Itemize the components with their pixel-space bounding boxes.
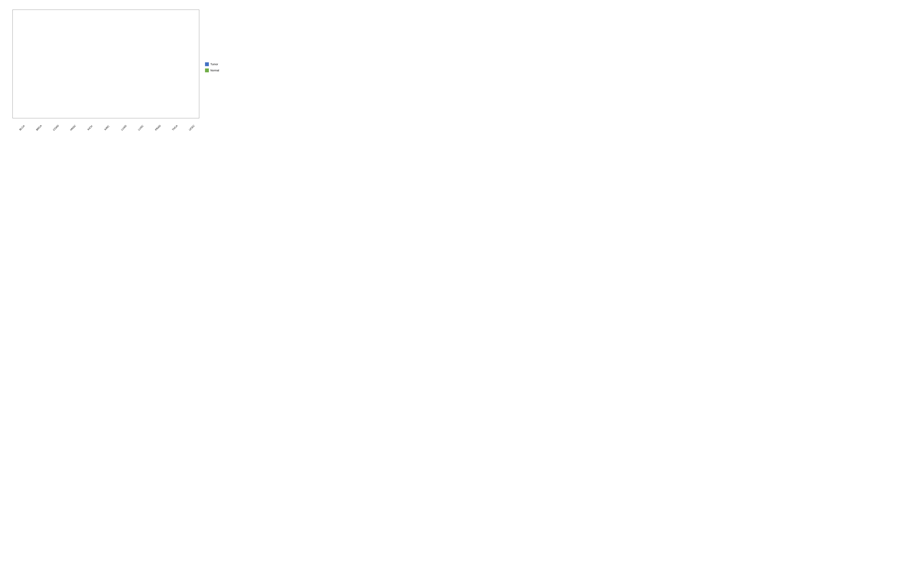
svg-point-147 xyxy=(51,113,52,114)
svg-point-583 xyxy=(159,29,160,30)
svg-point-306 xyxy=(92,58,92,58)
x-axis-label: LUAD xyxy=(121,124,127,131)
svg-point-502 xyxy=(144,46,145,47)
svg-point-449 xyxy=(123,36,124,36)
svg-point-362 xyxy=(102,34,103,34)
legend-item: Normal xyxy=(205,68,219,73)
svg-point-207 xyxy=(59,44,59,44)
svg-point-537 xyxy=(153,51,153,52)
svg-point-473 xyxy=(136,59,137,59)
svg-point-639 xyxy=(175,42,175,42)
svg-rect-304 xyxy=(90,34,95,45)
svg-point-505 xyxy=(147,43,147,43)
svg-point-442 xyxy=(123,43,124,43)
svg-point-94 xyxy=(36,66,36,66)
svg-point-399 xyxy=(110,24,110,24)
svg-point-648 xyxy=(175,31,175,31)
svg-point-197 xyxy=(63,52,63,53)
svg-point-571 xyxy=(159,44,159,44)
svg-point-162 xyxy=(54,81,54,81)
svg-point-101 xyxy=(33,48,34,48)
svg-point-531 xyxy=(153,61,153,62)
svg-point-346 xyxy=(102,58,102,59)
svg-point-253 xyxy=(74,66,74,66)
svg-point-672 xyxy=(186,69,186,69)
svg-point-456 xyxy=(128,29,129,29)
svg-point-293 xyxy=(84,38,84,38)
svg-point-157 xyxy=(53,92,53,92)
svg-point-109 xyxy=(35,28,36,29)
svg-point-26 xyxy=(17,90,18,90)
svg-point-512 xyxy=(148,35,148,35)
svg-point-120 xyxy=(39,42,40,42)
svg-point-179 xyxy=(58,67,58,67)
svg-point-574 xyxy=(161,40,161,40)
svg-point-519 xyxy=(141,27,141,27)
svg-point-570 xyxy=(159,45,159,45)
svg-point-175 xyxy=(51,53,52,53)
svg-point-573 xyxy=(159,41,160,42)
svg-point-388 xyxy=(108,34,108,34)
svg-point-234 xyxy=(69,44,70,44)
svg-point-718 xyxy=(195,14,195,15)
svg-point-335 xyxy=(95,27,95,27)
svg-point-556 xyxy=(152,18,152,18)
svg-point-114 xyxy=(41,47,42,47)
svg-point-291 xyxy=(84,40,84,40)
svg-point-481 xyxy=(135,42,136,42)
svg-point-499 xyxy=(142,50,142,50)
svg-rect-464 xyxy=(134,36,137,45)
svg-point-641 xyxy=(175,39,176,40)
svg-point-351 xyxy=(102,51,102,51)
svg-point-267 xyxy=(78,41,78,41)
svg-point-252 xyxy=(78,68,79,68)
svg-point-546 xyxy=(151,35,152,36)
svg-point-477 xyxy=(134,50,135,51)
svg-point-559 xyxy=(153,13,153,13)
svg-point-406 xyxy=(119,73,120,73)
legend-color-box xyxy=(205,62,209,66)
svg-point-160 xyxy=(52,85,52,86)
svg-point-166 xyxy=(50,73,50,73)
svg-point-372 xyxy=(111,49,111,49)
svg-point-118 xyxy=(41,44,41,44)
svg-point-146 xyxy=(51,116,52,116)
svg-point-597 xyxy=(170,68,170,68)
svg-point-190 xyxy=(62,58,63,58)
svg-point-204 xyxy=(61,47,61,47)
svg-point-96 xyxy=(31,61,32,61)
svg-point-28 xyxy=(18,84,18,84)
svg-point-460 xyxy=(123,25,124,25)
svg-point-551 xyxy=(154,27,154,27)
svg-point-73 xyxy=(23,34,23,34)
svg-point-578 xyxy=(160,35,161,35)
svg-point-285 xyxy=(85,45,85,45)
svg-point-43 xyxy=(15,40,15,41)
svg-point-404 xyxy=(119,76,120,77)
svg-point-612 xyxy=(167,43,168,44)
svg-point-239 xyxy=(69,31,69,31)
svg-point-67 xyxy=(28,42,29,43)
svg-point-664 xyxy=(188,87,188,87)
svg-point-214 xyxy=(68,94,68,95)
svg-point-277 xyxy=(86,52,86,52)
svg-point-191 xyxy=(63,57,63,58)
svg-point-501 xyxy=(142,47,142,48)
svg-point-532 xyxy=(152,60,153,60)
svg-point-498 xyxy=(144,51,144,51)
svg-point-110 xyxy=(35,26,35,26)
svg-point-381 xyxy=(108,40,109,41)
svg-point-83 xyxy=(34,93,35,93)
svg-point-584 xyxy=(162,28,162,29)
svg-point-279 xyxy=(86,50,87,50)
svg-point-633 xyxy=(178,50,178,50)
svg-point-330 xyxy=(95,32,95,33)
svg-point-341 xyxy=(102,66,102,66)
svg-point-314 xyxy=(90,50,90,50)
svg-point-677 xyxy=(184,57,185,58)
svg-point-691 xyxy=(195,53,195,53)
svg-point-489 xyxy=(135,26,135,26)
svg-point-189 xyxy=(55,59,56,59)
svg-point-246 xyxy=(76,79,76,79)
svg-point-581 xyxy=(163,32,163,32)
